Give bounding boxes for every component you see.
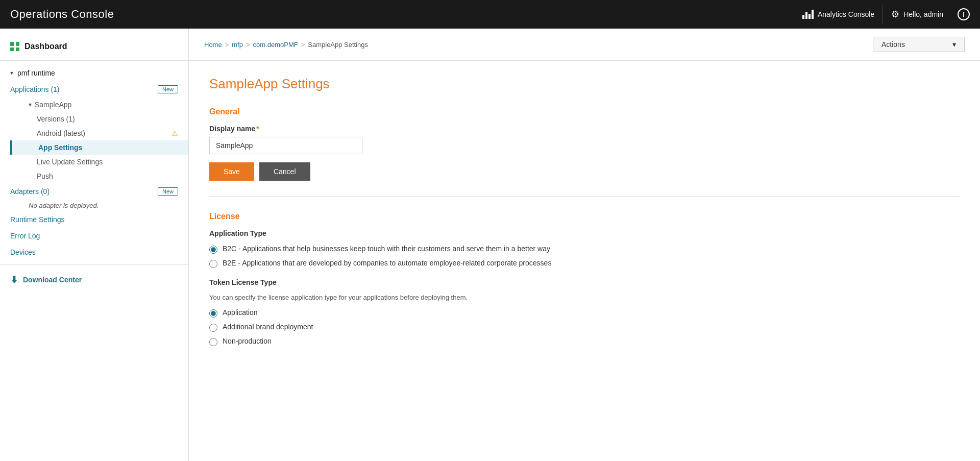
sidebar-item-live-update[interactable]: Live Update Settings <box>10 155 188 169</box>
pmf-runtime-label: pmf runtime <box>17 69 55 77</box>
page-title: SampleApp Settings <box>209 76 960 92</box>
analytics-console-label: Analytics Console <box>818 10 874 18</box>
radio-additional-brand-label: Additional brand deployment <box>223 323 313 331</box>
analytics-console-button[interactable]: Analytics Console <box>794 6 883 23</box>
applications-new-badge[interactable]: New <box>158 85 178 93</box>
warning-icon: ⚠ <box>172 129 178 137</box>
chevron-down-icon: ▾ <box>10 69 13 77</box>
display-name-label: Display name* <box>209 125 960 133</box>
sidebar-item-devices[interactable]: Devices <box>0 244 188 260</box>
save-button[interactable]: Save <box>209 162 254 181</box>
gear-icon: ⚙ <box>891 9 899 20</box>
breadcrumb-sep2: > <box>246 41 250 48</box>
grid-icon <box>10 42 19 51</box>
breadcrumb-home[interactable]: Home <box>204 41 222 48</box>
sidebar-item-app-settings[interactable]: App Settings <box>10 140 188 155</box>
breadcrumb-current: SampleApp Settings <box>308 41 368 48</box>
radio-additional-brand[interactable] <box>209 324 217 332</box>
button-row: Save Cancel <box>209 162 960 181</box>
sidebar-divider-1 <box>0 60 188 61</box>
cancel-button[interactable]: Cancel <box>259 162 310 181</box>
breadcrumb-sep1: > <box>225 41 229 48</box>
live-update-label: Live Update Settings <box>37 158 103 166</box>
sidebar-adapters-group: Adapters (0) New No adapter is deployed. <box>0 183 188 211</box>
radio-application[interactable] <box>209 309 217 318</box>
radio-non-production[interactable] <box>209 338 217 346</box>
chevron-down-icon-sampleapp: ▾ <box>29 101 32 108</box>
section-divider <box>209 196 960 197</box>
app-title: Operations Console <box>10 8 114 21</box>
sidebar: Dashboard ▾ pmf runtime Applications (1)… <box>0 29 189 461</box>
token-license-section: Token License Type You can specify the l… <box>209 278 960 346</box>
radio-row-non-production: Non-production <box>209 337 960 346</box>
sidebar-divider-2 <box>0 264 188 265</box>
breadcrumb-mfp[interactable]: mfp <box>232 41 243 48</box>
radio-application-label: Application <box>223 308 258 317</box>
sidebar-item-runtime-settings[interactable]: Runtime Settings <box>0 211 188 228</box>
app-settings-label: App Settings <box>38 143 82 152</box>
dashboard-label: Dashboard <box>24 42 67 51</box>
hello-admin-button[interactable]: ⚙ Hello, admin <box>883 5 951 24</box>
applications-label: Applications (1) <box>10 85 60 93</box>
sampleapp-label: SampleApp <box>35 101 71 109</box>
radio-row-application: Application <box>209 308 960 318</box>
radio-row-b2e: B2E - Applications that are developed by… <box>209 259 960 268</box>
sidebar-pmf-runtime[interactable]: ▾ pmf runtime <box>0 65 188 81</box>
sidebar-item-android[interactable]: Android (latest) ⚠ <box>10 126 188 140</box>
adapters-label: Adapters (0) <box>10 187 50 196</box>
token-license-title: Token License Type <box>209 278 960 286</box>
actions-dropdown[interactable]: Actions ▾ <box>873 37 965 52</box>
breadcrumb-bar: Home > mfp > com.demoPMF > SampleApp Set… <box>189 29 980 61</box>
breadcrumb: Home > mfp > com.demoPMF > SampleApp Set… <box>204 41 368 48</box>
adapters-new-badge[interactable]: New <box>158 187 178 196</box>
display-name-input[interactable] <box>209 137 362 154</box>
token-license-desc: You can specify the license application … <box>209 294 960 301</box>
hello-admin-label: Hello, admin <box>903 10 943 18</box>
required-star: * <box>256 125 259 133</box>
content-area: Home > mfp > com.demoPMF > SampleApp Set… <box>189 29 980 461</box>
header-right: Analytics Console ⚙ Hello, admin i <box>794 5 970 24</box>
b2e-label: B2E - Applications that are developed by… <box>223 259 551 267</box>
sidebar-item-error-log[interactable]: Error Log <box>0 228 188 244</box>
general-section-title: General <box>209 107 960 116</box>
sidebar-item-download-center[interactable]: ⬇ Download Center <box>0 269 188 290</box>
app-type-label: Application Type <box>209 229 960 237</box>
radio-row-additional-brand: Additional brand deployment <box>209 323 960 332</box>
main-layout: Dashboard ▾ pmf runtime Applications (1)… <box>0 29 980 461</box>
versions-label: Versions (1) <box>37 115 75 123</box>
info-button[interactable]: i <box>958 8 970 20</box>
sidebar-adapters-row: Adapters (0) New <box>10 183 188 200</box>
info-icon: i <box>963 11 965 18</box>
sidebar-applications-row: Applications (1) New <box>10 81 188 98</box>
no-adapter-text: No adapter is deployed. <box>10 200 188 211</box>
analytics-icon <box>802 10 814 19</box>
top-header: Operations Console Analytics Console ⚙ H… <box>0 0 980 29</box>
android-label: Android (latest) <box>37 129 85 137</box>
page-content: SampleApp Settings General Display name*… <box>189 61 980 367</box>
download-center-label: Download Center <box>23 276 82 284</box>
sidebar-item-versions[interactable]: Versions (1) <box>10 112 188 126</box>
sidebar-item-sampleapp[interactable]: ▾ SampleApp <box>10 98 188 112</box>
breadcrumb-sep3: > <box>301 41 305 48</box>
radio-b2c[interactable] <box>209 246 217 254</box>
radio-non-production-label: Non-production <box>223 337 272 345</box>
radio-row-b2c: B2C - Applications that help businesses … <box>209 245 960 254</box>
sidebar-item-dashboard[interactable]: Dashboard <box>0 37 188 56</box>
b2c-label: B2C - Applications that help businesses … <box>223 245 550 253</box>
breadcrumb-app[interactable]: com.demoPMF <box>253 41 298 48</box>
actions-chevron: ▾ <box>952 40 956 48</box>
license-section-title: License <box>209 212 960 221</box>
sidebar-applications-group: Applications (1) New ▾ SampleApp Version… <box>0 81 188 183</box>
sidebar-item-push[interactable]: Push <box>10 169 188 183</box>
radio-b2e[interactable] <box>209 260 217 268</box>
push-label: Push <box>37 172 53 180</box>
download-icon: ⬇ <box>10 274 18 285</box>
actions-label: Actions <box>881 40 905 48</box>
